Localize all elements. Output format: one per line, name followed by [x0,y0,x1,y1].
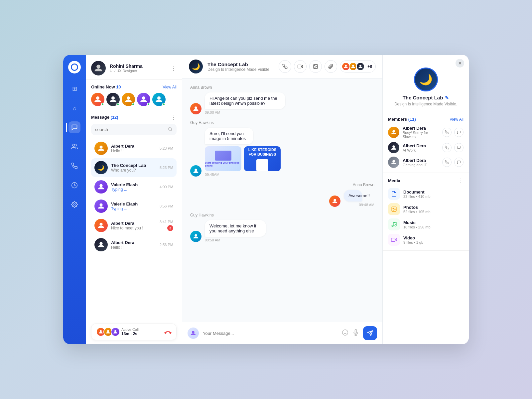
close-button[interactable]: ✕ [456,59,464,67]
svg-point-24 [352,65,354,67]
list-item[interactable]: Valerie Elash Typing ... 3:56 PM [91,197,177,215]
message-group-2: Guy Hawkins Sure, I'll send you image in… [190,120,374,177]
svg-point-2 [74,204,75,205]
svg-point-12 [99,184,102,187]
call-label: Active Call [121,328,161,332]
svg-point-42 [393,208,393,208]
member-actions [442,158,464,167]
svg-point-44 [395,225,396,226]
svg-rect-20 [298,65,301,68]
media-item-document[interactable]: Document 23 files • 410 mb [388,188,464,200]
message-bubble: Hi Angelo! can you plz send me the lates… [205,92,285,109]
members-list: Albert Dera Busy! Sorrry for Slowers [388,126,464,168]
active-call-bar: Active Call 13m : 2s [91,324,177,340]
right-panel: ✕ 🌙 The Concept Lab ✎ Design Is Intellig… [382,55,469,344]
emoji-button[interactable] [342,329,348,337]
svg-point-0 [72,144,75,147]
message-list: Albert Dera Hello !! 5:23 PM 🌙 The Conce… [91,139,177,254]
member-chat-button[interactable] [454,158,464,167]
sidebar-user-info: Rohini Sharma UI / UX Designer [110,64,167,73]
sidebar-menu-icon[interactable]: ⋮ [171,65,177,72]
message-group-4: Guy Hawkins Welcome, let me know if you … [190,213,374,242]
list-item[interactable]: Albert Dera Hello !! 5:23 PM [91,139,177,158]
nav-logo[interactable] [68,61,81,73]
msg-info: Albert Dera Hello !! [111,240,156,250]
online-title: Online Now 10 [91,84,121,89]
message-group-3: Anna Brown Awesome!! 09:48 AM [190,183,374,207]
send-button[interactable] [363,326,377,340]
call-avatars [96,327,118,336]
search-input[interactable] [95,127,165,132]
list-item[interactable]: Albert Dera Hello !! 2:56 PM [91,235,177,254]
chat-group-avatar: 🌙 [189,60,203,73]
mic-button[interactable] [352,329,359,337]
svg-point-16 [100,330,102,332]
msg-sender: Guy Hawkins [190,213,374,217]
online-avatar-3[interactable] [122,93,135,106]
members-title: Members (11) [388,117,416,122]
chat-messages: Anna Brown Hi Angelo! can you plz send m… [182,78,382,322]
user-name: Rohini Sharma [110,64,167,69]
msg-avatar [94,238,108,251]
svg-point-11 [99,146,102,149]
svg-point-38 [392,130,395,133]
member-avatar [388,142,399,153]
nav-search-icon[interactable]: ⌕ [68,102,80,114]
online-avatar-1[interactable] [91,93,104,106]
nav-chat-icon[interactable] [68,121,80,133]
messages-menu-icon[interactable]: ⋮ [171,113,177,121]
msg-avatar [190,165,201,177]
svg-point-26 [195,106,197,109]
svg-point-3 [96,65,100,69]
media-item-photos[interactable]: Photos 52 files • 105 mb [388,203,464,215]
msg-avatar [94,200,108,213]
member-chat-button[interactable] [454,128,464,137]
list-item[interactable]: 🌙 The Concept Lab Who are you? 5:23 PM [91,158,177,177]
msg-image-1: Start growing your practice online [205,146,241,171]
media-more-icon[interactable]: ⋮ [458,178,464,184]
msg-avatar [94,219,108,232]
msg-row: Hi Angelo! can you plz send me the lates… [190,92,374,114]
sidebar-header: Rohini Sharma UI / UX Designer ⋮ [86,55,182,80]
list-item[interactable]: Valerie Elash Typing ... 4:00 PM [91,178,177,196]
member-avatar [388,127,399,138]
member-chat-button[interactable] [454,143,464,152]
image-button[interactable] [309,60,322,73]
media-section: Media ⋮ Document 23 files • 410 mb [383,173,469,251]
list-item[interactable]: Albert Dera Nice to meet you ! 3:41 PM 3 [91,216,177,235]
voice-call-button[interactable] [279,60,291,73]
member-call-button[interactable] [442,158,452,167]
msg-time: 09:50 AM [205,238,307,242]
nav-users-icon[interactable]: ⊞ [68,83,80,95]
message-bubble: Awesome!! [344,190,362,201]
media-item-video[interactable]: Video 9 files • 1 gb [388,234,464,246]
member-call-button[interactable] [442,128,452,137]
input-avatar [188,328,199,339]
online-avatars [91,93,177,106]
video-call-button[interactable] [294,60,307,73]
nav-settings-icon[interactable] [68,199,80,210]
member-call-button[interactable] [442,143,452,152]
online-view-all[interactable]: View All [163,85,177,89]
nav-contacts-icon[interactable] [68,141,80,153]
participants-avatars[interactable]: +8 [340,61,376,72]
svg-point-6 [127,96,130,100]
message-bubble: Welcome, let me know if you need anythin… [205,220,266,237]
online-avatar-5[interactable] [152,93,166,106]
nav-history-icon[interactable] [68,179,80,191]
edit-icon[interactable]: ✎ [445,95,449,100]
call-time: 13m : 2s [121,332,161,336]
svg-point-4 [96,96,99,100]
media-item-music[interactable]: Music 18 files • 256 mb [388,218,464,230]
members-view-all[interactable]: View All [450,117,464,122]
chat-header: 🌙 The Concept Lab Design Is Intelligence… [182,55,382,78]
nav-call-icon[interactable] [68,160,80,172]
msg-info: Valerie Elash Typing ... [111,182,156,192]
end-call-button[interactable] [164,328,172,336]
left-nav: ⊞ ⌕ [63,55,86,344]
file-button[interactable] [325,60,337,73]
online-avatar-4[interactable] [137,93,150,106]
message-input[interactable] [203,331,338,336]
msg-info: Valerie Elash Typing ... [111,201,156,211]
online-avatar-2[interactable] [106,93,120,106]
